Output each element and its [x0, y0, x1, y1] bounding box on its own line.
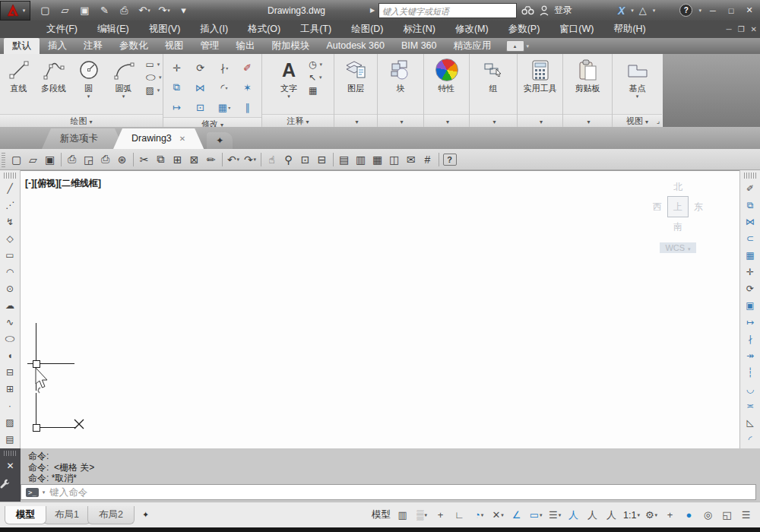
array-icon[interactable]: ▦ ▾ [218, 102, 230, 113]
annotation-scale-value[interactable]: 1:1 ▾ [622, 507, 641, 524]
hatch-icon[interactable]: ▨ [5, 414, 14, 431]
snap-icon[interactable]: + [432, 507, 450, 524]
autocad-logo-button[interactable]: ▾ [0, 1, 30, 21]
ellipse-icon[interactable]: ◯ ▾ [146, 72, 162, 83]
toolbar-separator[interactable] [133, 153, 134, 166]
ribbon-tab[interactable]: 管理 [192, 38, 228, 54]
selection-cycling-icon[interactable]: + [661, 507, 679, 524]
new-icon[interactable]: ▢ [8, 151, 25, 168]
polyline-icon[interactable]: ↯ [6, 214, 14, 230]
layout-tab[interactable]: 布局1 [43, 506, 90, 524]
construction-line-icon[interactable]: ⋰ [5, 197, 14, 214]
join-icon[interactable]: ≍ [746, 397, 754, 414]
ortho-icon[interactable]: ∟ [451, 507, 469, 524]
command-grip[interactable] [4, 451, 17, 456]
customization-icon[interactable]: ☰ [737, 507, 755, 524]
menu-item[interactable]: 编辑(E) [87, 21, 139, 38]
block-button[interactable]: 块 [383, 56, 418, 93]
new-drawing-tab-button[interactable]: ✦ [207, 132, 233, 149]
wrench-icon[interactable] [0, 479, 21, 489]
chamfer-icon[interactable]: ◺ [746, 414, 753, 431]
model-space-label[interactable]: 模型 [370, 507, 393, 524]
panel-footer-utilities[interactable]: ▾ [518, 114, 562, 127]
scale-icon[interactable]: ⊡ [196, 102, 205, 113]
object-snap-tracking-icon[interactable]: ∠ [508, 507, 526, 524]
base-button[interactable]: 基点 ▾ [620, 56, 655, 100]
grip-point[interactable] [33, 424, 40, 432]
designcenter-icon[interactable]: ▥ [353, 151, 369, 168]
snap-mode-icon[interactable]: ▒ ▾ [413, 507, 431, 524]
doc-close-button[interactable]: ✕ [751, 25, 757, 33]
ribbon-tab[interactable]: 参数化 [111, 38, 157, 54]
save-icon[interactable]: ▣ [42, 151, 59, 168]
point-icon[interactable]: ∙ [8, 397, 11, 414]
redo-icon[interactable]: ↷ ▾ [155, 2, 173, 19]
menu-item[interactable]: 标注(N) [394, 21, 445, 38]
arc-icon[interactable]: ◠ [6, 264, 14, 280]
copy-clip-icon[interactable]: ⧉ [153, 151, 169, 168]
panel-footer-properties[interactable]: ▾ [424, 114, 469, 127]
panel-footer-layers[interactable]: ▾ [334, 114, 377, 127]
close-tab-icon[interactable]: ✕ [179, 128, 185, 149]
command-input[interactable] [48, 486, 755, 499]
explode-icon[interactable]: ✶ [243, 82, 252, 93]
dynamic-input-icon[interactable]: ▭ ▾ [527, 507, 545, 524]
toolbar-grip[interactable] [744, 173, 756, 179]
hardware-acceleration-icon[interactable]: ● [680, 507, 698, 524]
open-file-icon[interactable]: ▱ [56, 2, 74, 19]
grid-display-icon[interactable]: ▥ [394, 507, 412, 524]
tool-palettes-icon[interactable]: ▦ [369, 151, 386, 168]
group-button[interactable]: 组 [476, 56, 511, 93]
trim-icon[interactable]: ∤ [748, 331, 752, 347]
open-icon[interactable]: ▱ [25, 151, 42, 168]
viewcube-south[interactable]: 南 [673, 220, 682, 233]
layers-button[interactable]: 图层 [338, 56, 373, 93]
doc-restore-button[interactable]: ❐ [738, 25, 745, 33]
toolbar-separator[interactable] [61, 153, 62, 166]
properties-palette-icon[interactable]: ▤ [336, 151, 353, 168]
pan-icon[interactable]: ☝ [264, 151, 280, 168]
viewcube-north[interactable]: 北 [673, 181, 682, 194]
mirror-icon[interactable]: ⋈ [195, 82, 206, 93]
move-icon[interactable]: ✛ [173, 62, 182, 74]
text-button[interactable]: A 文字 ▾ [274, 56, 304, 100]
viewcube-top-face[interactable]: 上 [667, 196, 689, 217]
menu-item[interactable]: 插入(I) [190, 21, 238, 38]
print-preview-icon[interactable]: ◲ [81, 151, 97, 168]
menu-item[interactable]: 格式(O) [238, 21, 290, 38]
annotation-scale-icon[interactable]: 人 [603, 507, 621, 524]
arc-button[interactable]: 圆弧 ▾ [106, 56, 141, 100]
menu-item[interactable]: 帮助(H) [603, 21, 655, 38]
save-icon[interactable]: ▣ [76, 2, 94, 19]
zoom-window-icon[interactable]: ⊡ [297, 151, 314, 168]
help-icon[interactable]: ? [679, 4, 692, 17]
viewcube-east[interactable]: 东 [694, 201, 703, 214]
caret-down-icon[interactable]: ▾ [43, 489, 46, 496]
layout-tab[interactable]: 模型 [5, 506, 46, 524]
menu-item[interactable]: 窗口(W) [549, 21, 603, 38]
ribbon-tab[interactable]: 注释 [75, 38, 111, 54]
break-icon[interactable]: ◡ [746, 381, 754, 397]
workspace-switching-icon[interactable]: ⚙ ▾ [642, 507, 660, 524]
mirror-icon[interactable]: ⋈ [746, 214, 755, 230]
signin-label[interactable]: 登录 [554, 4, 572, 17]
ribbon-tab[interactable]: 输出 [228, 38, 264, 54]
toolbar-separator[interactable] [333, 153, 334, 166]
stretch-icon[interactable]: ↦ [173, 102, 182, 113]
redo-icon[interactable]: ↷ ▾ [242, 151, 258, 168]
layout-tab[interactable]: 布局2 [87, 506, 135, 524]
annotation-visibility-icon[interactable]: 人 [565, 507, 583, 524]
menu-item[interactable]: 视图(V) [139, 21, 191, 38]
paste-icon[interactable]: ⊞ [169, 151, 186, 168]
panel-footer-block[interactable]: ▾ [378, 114, 423, 127]
object-snap-icon[interactable]: ✕ ▾ [489, 507, 507, 524]
zoom-previous-icon[interactable]: ⊟ [314, 151, 331, 168]
make-block-icon[interactable]: ⊞ [6, 381, 14, 397]
quickcalc-icon[interactable]: # [420, 151, 436, 168]
cut-icon[interactable]: ✂ [136, 151, 153, 168]
ribbon-tab[interactable]: 精选应用 [445, 38, 500, 54]
help-icon[interactable]: ? [443, 154, 457, 166]
circle-icon[interactable]: ⊙ [6, 280, 14, 297]
copy-icon[interactable]: ⧉ [747, 197, 754, 214]
panel-footer-view[interactable]: 视图▾ ⌟ [613, 114, 662, 127]
